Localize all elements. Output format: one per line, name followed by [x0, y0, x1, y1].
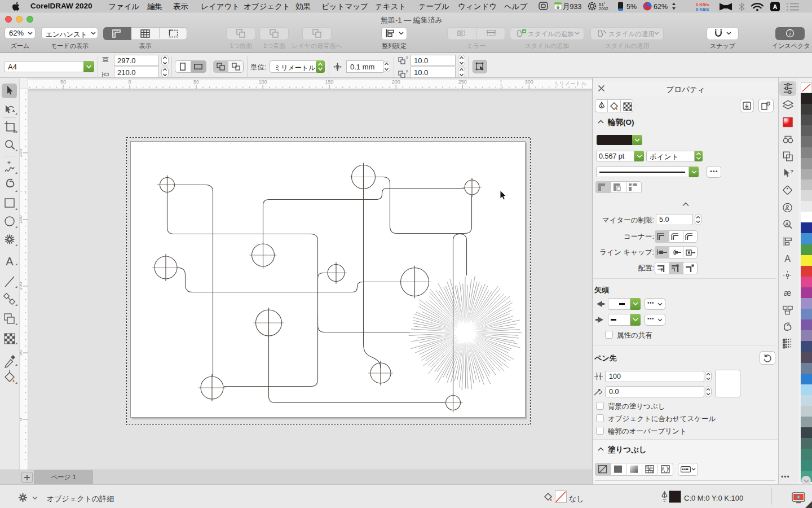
svg-text:æ: æ: [784, 288, 792, 297]
svg-text:A: A: [785, 221, 789, 227]
svg-text:?: ?: [790, 168, 793, 174]
svg-text:A: A: [784, 253, 791, 264]
